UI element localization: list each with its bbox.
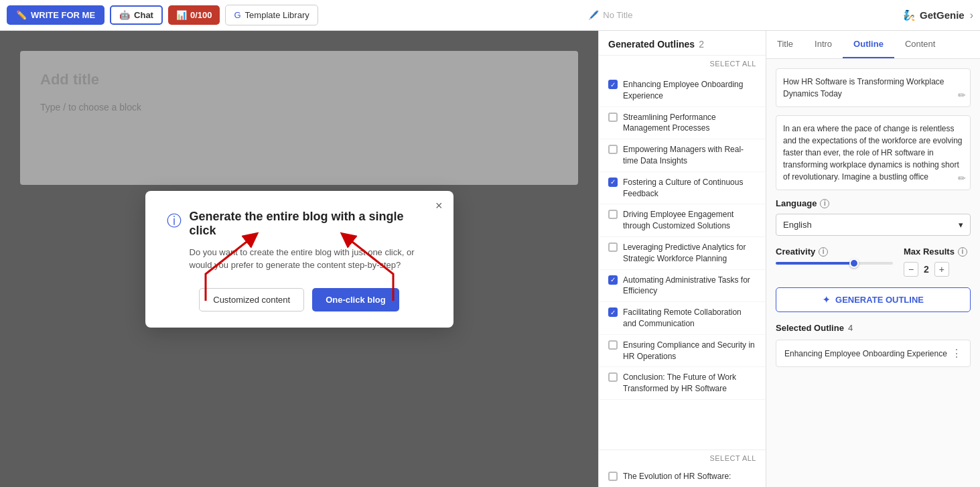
toolbar: ✏️ WRITE FOR ME 🤖 Chat 📊 0/100 G Templat…	[0, 0, 980, 31]
chat-icon: 🤖	[119, 10, 130, 20]
tab-title[interactable]: Title	[766, 31, 804, 58]
tab-intro[interactable]: Intro	[804, 31, 843, 58]
checkbox-1[interactable]: ✓	[608, 80, 618, 89]
checkbox-5[interactable]	[608, 210, 618, 219]
max-results-increase-button[interactable]: +	[934, 262, 949, 277]
getgenie-logo: 🧞 GetGenie	[903, 9, 965, 21]
max-results-col: Max Results i − 2 +	[904, 247, 971, 277]
checkbox-2[interactable]	[608, 113, 618, 122]
info-circle-icon: ⓘ	[167, 211, 182, 231]
intro-text-box: In an era where the pace of change is re…	[776, 115, 971, 190]
selected-outline-item: Enhancing Employee Onboarding Experience…	[776, 340, 971, 367]
checkbox-bottom[interactable]	[608, 472, 618, 481]
feather-icon: 🖊️	[588, 10, 599, 20]
max-results-control: − 2 +	[904, 262, 971, 277]
generate-outline-button[interactable]: ✦ GENERATE OUTLINE	[776, 287, 971, 312]
title-area: 🖊️ No Title	[324, 10, 898, 20]
checkbox-3[interactable]	[608, 145, 618, 154]
checkbox-8[interactable]: ✓	[608, 307, 618, 317]
modal-title: Generate the entire blog with a single c…	[190, 210, 432, 238]
right-tabs: Title Intro Outline Content	[766, 31, 980, 59]
tab-outline[interactable]: Outline	[843, 31, 894, 58]
max-results-label: Max Results i	[904, 247, 971, 257]
checkbox-9[interactable]	[608, 340, 618, 350]
modal-backdrop: × ⓘ Generate the entire blog with a sing…	[0, 31, 598, 487]
outlines-panel: Generated Outlines 2 SELECT ALL ✓ Enhanc…	[598, 31, 766, 487]
chat-button[interactable]: 🤖 Chat	[110, 5, 163, 25]
getgenie-icon: 🧞	[903, 9, 916, 21]
edit-intro-icon[interactable]: ✏	[958, 171, 966, 186]
list-item[interactable]: Conclusion: The Future of Work Transform…	[599, 367, 766, 400]
outline-list: ✓ Enhancing Employee Onboarding Experien…	[599, 72, 766, 449]
tab-content[interactable]: Content	[894, 31, 947, 58]
language-label: Language i	[776, 198, 971, 208]
edit-title-icon[interactable]: ✏	[958, 88, 966, 102]
generate-modal: × ⓘ Generate the entire blog with a sing…	[145, 191, 453, 328]
counter-icon: 📊	[176, 10, 187, 20]
language-select[interactable]: English ▾	[776, 214, 971, 236]
max-results-value: 2	[924, 264, 929, 275]
template-library-button[interactable]: G Template Library	[225, 5, 318, 25]
modal-header: ⓘ Generate the entire blog with a single…	[167, 210, 432, 238]
chevron-down-icon: ▾	[959, 220, 963, 230]
list-item[interactable]: ✓ Enhancing Employee Onboarding Experien…	[599, 74, 766, 107]
write-for-me-button[interactable]: ✏️ WRITE FOR ME	[7, 5, 104, 25]
generate-icon: ✦	[823, 295, 830, 305]
modal-body: Do you want to create the entire blog wi…	[167, 246, 432, 272]
modal-actions: Customized content One-click blog	[167, 288, 432, 311]
counter-button[interactable]: 📊 0/100	[168, 5, 220, 25]
checkbox-4[interactable]: ✓	[608, 178, 618, 187]
selected-item-menu-icon[interactable]: ⋮	[951, 347, 962, 360]
main-layout: Add title Type / to choose a block × ⓘ G…	[0, 31, 980, 487]
template-icon: G	[234, 10, 240, 20]
checkbox-10[interactable]	[608, 372, 618, 382]
right-panel: Title Intro Outline Content How HR Softw…	[766, 31, 980, 487]
slider-fill	[776, 262, 852, 265]
list-item[interactable]: Driving Employee Engagement through Cust…	[599, 204, 766, 237]
list-item[interactable]: ✓ Facilitating Remote Collaboration and …	[599, 302, 766, 335]
select-all-top: SELECT ALL	[599, 56, 766, 72]
select-all-bottom: SELECT ALL	[599, 449, 766, 466]
outline-item-bottom: The Evolution of HR Software:	[599, 466, 766, 487]
customized-content-button[interactable]: Customized content	[199, 288, 304, 311]
list-item[interactable]: ✓ Automating Administrative Tasks for Ef…	[599, 270, 766, 303]
checkbox-7[interactable]: ✓	[608, 275, 618, 285]
one-click-blog-button[interactable]: One-click blog	[312, 288, 399, 311]
title-text-box: How HR Software is Transforming Workplac…	[776, 68, 971, 107]
creativity-row: Creativity i Max Results i − 2	[776, 247, 971, 277]
slider-thumb[interactable]	[849, 259, 859, 268]
creativity-slider[interactable]	[776, 262, 893, 265]
list-item[interactable]: ✓ Fostering a Culture of Continuous Feed…	[599, 172, 766, 205]
language-info-icon[interactable]: i	[820, 199, 829, 208]
creativity-col: Creativity i	[776, 247, 893, 265]
modal-close-button[interactable]: ×	[435, 199, 443, 213]
outlines-header: Generated Outlines 2	[599, 31, 766, 56]
pencil-icon: ✏️	[16, 10, 27, 20]
editor-area: Add title Type / to choose a block × ⓘ G…	[0, 31, 598, 487]
right-content: How HR Software is Transforming Workplac…	[766, 59, 980, 487]
creativity-label: Creativity i	[776, 247, 893, 257]
max-results-decrease-button[interactable]: −	[904, 262, 918, 277]
checkbox-6[interactable]	[608, 242, 618, 252]
list-item[interactable]: Ensuring Compliance and Security in HR O…	[599, 335, 766, 368]
creativity-info-icon[interactable]: i	[819, 247, 828, 257]
list-item[interactable]: Streamlining Performance Management Proc…	[599, 107, 766, 140]
expand-button[interactable]: ›	[970, 9, 973, 21]
max-results-info-icon[interactable]: i	[958, 247, 967, 257]
list-item[interactable]: Empowering Managers with Real-time Data …	[599, 139, 766, 172]
toolbar-right: 🧞 GetGenie ›	[903, 9, 973, 21]
selected-outline-header: Selected Outline 4	[776, 323, 971, 333]
list-item[interactable]: Leveraging Predictive Analytics for Stra…	[599, 237, 766, 270]
